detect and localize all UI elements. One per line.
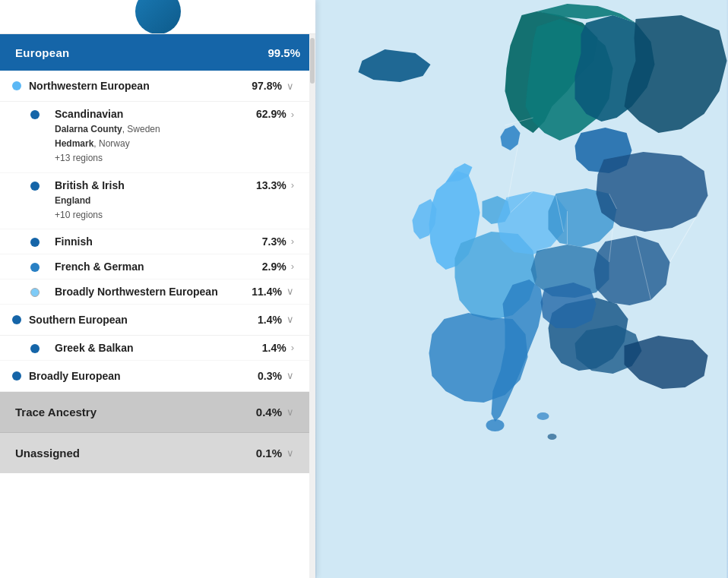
broadly-eu-label: Broadly European	[29, 370, 258, 382]
southern-chevron[interactable]: ∨	[286, 314, 294, 325]
northwestern-dot	[12, 81, 21, 90]
scandinavian-pct: 62.9%	[256, 108, 286, 120]
southern-european-row[interactable]: Southern European 1.4% ∨	[0, 305, 309, 336]
southern-label: Southern European	[29, 314, 258, 326]
unassigned-label: Unassigned	[15, 447, 256, 460]
northwestern-european-row[interactable]: Northwestern European 97.8% ∨	[0, 71, 309, 102]
scandinavian-regions: Dalarna County, Sweden Hedmark, Norway +…	[55, 122, 294, 166]
broadly-eu-dot	[12, 371, 21, 381]
broadly-nw-title-row: Broadly Northwestern European 11.4% ∨	[55, 286, 294, 298]
trace-pct: 0.4%	[256, 406, 282, 418]
greek-balkan-row[interactable]: Greek & Balkan 1.4% ›	[0, 336, 309, 361]
french-dot-wrap	[30, 263, 47, 272]
left-panel: European 99.5% Northwestern European 97.…	[0, 0, 315, 578]
finnish-pct: 7.3%	[262, 235, 286, 248]
broadly-nw-dot-wrap	[30, 288, 47, 297]
southern-pct: 1.4%	[258, 314, 282, 326]
scandinavian-label: Scandinavian	[55, 108, 123, 120]
french-title-row: French & German 2.9% ›	[55, 261, 294, 273]
french-content: French & German 2.9% ›	[55, 261, 294, 273]
finnish-chevron[interactable]: ›	[291, 235, 294, 247]
scandinavian-row[interactable]: Scandinavian 62.9% › Dalarna County, Swe…	[0, 102, 309, 173]
scandinavian-dot	[30, 110, 40, 119]
greek-chevron[interactable]: ›	[291, 342, 294, 353]
top-logo-area	[0, 0, 315, 34]
finnish-dot	[30, 238, 40, 247]
british-irish-row[interactable]: British & Irish 13.3% › England +10 regi…	[0, 173, 309, 229]
british-chevron[interactable]: ›	[291, 179, 294, 191]
broadly-nw-dot	[30, 288, 40, 297]
unassigned-chevron[interactable]: ∨	[286, 447, 294, 459]
greek-title-row: Greek & Balkan 1.4% ›	[55, 342, 294, 354]
svg-point-1	[486, 419, 505, 431]
british-title-row: British & Irish 13.3% ›	[55, 179, 294, 191]
british-regions: England +10 regions	[55, 194, 294, 223]
trace-chevron[interactable]: ∨	[286, 406, 294, 418]
scrollbar[interactable]	[309, 34, 315, 578]
map-area	[315, 0, 728, 578]
greek-content: Greek & Balkan 1.4% ›	[55, 342, 294, 354]
unassigned-row[interactable]: Unassigned 0.1% ∨	[0, 433, 309, 473]
svg-point-3	[548, 434, 557, 440]
ancestry-list: Northwestern European 97.8% ∨ Scandinavi…	[0, 71, 315, 578]
broadly-eu-chevron[interactable]: ∨	[286, 370, 294, 381]
logo-circle	[135, 0, 181, 34]
europe-map	[315, 0, 728, 578]
french-german-row[interactable]: French & German 2.9% ›	[0, 254, 309, 280]
finnish-title-row: Finnish 7.3% ›	[55, 235, 294, 248]
northwestern-pct: 97.8%	[252, 80, 282, 92]
french-label: French & German	[55, 261, 144, 273]
british-pct: 13.3%	[256, 179, 286, 191]
unassigned-pct: 0.1%	[256, 447, 282, 460]
broadly-nw-content: Broadly Northwestern European 11.4% ∨	[55, 286, 294, 298]
british-dot	[30, 182, 40, 191]
scroll-thumb[interactable]	[310, 38, 315, 84]
french-dot	[30, 263, 40, 272]
british-label: British & Irish	[55, 179, 125, 191]
french-pct: 2.9%	[262, 261, 286, 273]
british-dot-wrap	[30, 182, 47, 191]
broadly-northwestern-row[interactable]: Broadly Northwestern European 11.4% ∨	[0, 280, 309, 305]
northwestern-label: Northwestern European	[29, 80, 252, 92]
southern-dot	[12, 315, 21, 324]
european-header[interactable]: European 99.5%	[0, 34, 315, 71]
broadly-nw-pct: 11.4%	[252, 286, 282, 298]
broadly-nw-label: Broadly Northwestern European	[55, 286, 218, 298]
greek-dot-wrap	[30, 344, 47, 353]
european-pct: 99.5%	[267, 46, 300, 59]
french-chevron[interactable]: ›	[291, 261, 294, 272]
finnish-label: Finnish	[55, 235, 93, 248]
scandinavian-content: Scandinavian 62.9% › Dalarna County, Swe…	[55, 108, 294, 166]
british-content: British & Irish 13.3% › England +10 regi…	[55, 179, 294, 223]
finnish-dot-wrap	[30, 238, 47, 247]
broadly-nw-chevron[interactable]: ∨	[286, 286, 294, 297]
greek-label: Greek & Balkan	[55, 342, 134, 354]
greek-pct: 1.4%	[262, 342, 286, 354]
finnish-row[interactable]: Finnish 7.3% ›	[0, 229, 309, 254]
european-label: European	[15, 46, 70, 59]
northwestern-chevron[interactable]: ∨	[286, 81, 294, 92]
scandinavian-dot-wrap	[30, 110, 47, 119]
broadly-eu-pct: 0.3%	[258, 370, 282, 382]
finnish-content: Finnish 7.3% ›	[55, 235, 294, 248]
greek-dot	[30, 344, 40, 353]
scandinavian-title-row: Scandinavian 62.9% ›	[55, 108, 294, 120]
trace-ancestry-row[interactable]: Trace Ancestry 0.4% ∨	[0, 392, 309, 433]
broadly-european-row[interactable]: Broadly European 0.3% ∨	[0, 361, 309, 392]
scandinavian-chevron[interactable]: ›	[291, 109, 294, 120]
trace-label: Trace Ancestry	[15, 406, 256, 418]
svg-point-2	[537, 412, 549, 420]
